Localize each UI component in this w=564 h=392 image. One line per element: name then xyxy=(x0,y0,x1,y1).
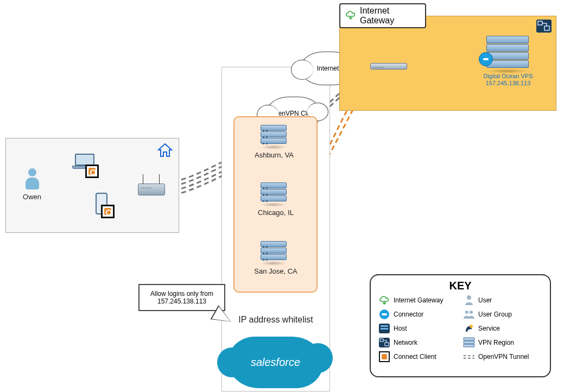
internet-gateway-icon xyxy=(345,10,357,22)
ip-whitelist-label: IP address whitelist xyxy=(238,315,314,325)
whitelist-callout-text: Allow logins only from 157.245.138.113 xyxy=(142,290,222,305)
vpn-region-icon xyxy=(463,337,475,349)
vpn-region-server-chicago xyxy=(261,182,287,207)
legend-title: KEY xyxy=(378,280,542,292)
owen-label: Owen xyxy=(21,193,43,201)
key-internet-gateway: Internet Gateway xyxy=(378,294,458,306)
vps-server-icon xyxy=(486,36,529,73)
network-icon-small xyxy=(378,337,390,349)
vps-name: Digital Ocean VPS xyxy=(483,73,533,79)
svg-rect-8 xyxy=(464,338,474,340)
user-icon-small xyxy=(463,294,475,306)
key-openvpn-tunnel: OpenVPN Tunnel xyxy=(463,351,542,363)
svg-rect-9 xyxy=(464,341,474,344)
svg-point-5 xyxy=(470,325,473,328)
vpn-region-server-sanjose xyxy=(261,241,287,265)
whitelist-callout: Allow logins only from 157.245.138.113 xyxy=(138,284,225,311)
svg-point-3 xyxy=(465,311,468,314)
svg-rect-0 xyxy=(538,21,542,25)
tunnel-icon xyxy=(463,351,475,363)
connector-icon xyxy=(479,52,493,66)
svg-rect-10 xyxy=(464,344,474,347)
connect-client-badge-phone xyxy=(101,205,115,218)
svg-rect-7 xyxy=(385,343,389,346)
key-user-group: User Group xyxy=(463,308,542,320)
host-icon xyxy=(378,323,390,334)
digital-ocean-box: Digital Ocean VPS 157.245.138.113 xyxy=(339,16,556,111)
key-network: Network xyxy=(378,337,458,349)
region-label-2: Chicago, IL xyxy=(246,208,306,217)
key-connect-client: Connect Client xyxy=(378,351,458,363)
connector-icon-small xyxy=(378,308,390,320)
connect-client-icon xyxy=(378,351,390,363)
do-switch-icon xyxy=(370,63,407,69)
key-user: User xyxy=(463,294,542,306)
vps-ip: 157.245.138.113 xyxy=(486,80,531,86)
internet-cloud-label: Internet xyxy=(317,65,339,72)
internet-gateway-label: Internet Gateway xyxy=(360,6,425,26)
key-host: Host xyxy=(378,323,458,334)
connect-client-badge-laptop xyxy=(85,165,99,178)
home-icon xyxy=(157,143,173,160)
svg-rect-6 xyxy=(380,339,383,342)
internet-gateway-box: Internet Gateway xyxy=(339,3,426,28)
key-vpn-region: VPN Region xyxy=(463,337,542,349)
service-icon xyxy=(463,323,475,334)
owen-home-box: Owen xyxy=(5,138,179,233)
salesforce-label: salesforce xyxy=(251,356,300,369)
region-label-3: San Jose, CA xyxy=(243,267,308,275)
key-service: Service xyxy=(463,323,542,334)
svg-point-4 xyxy=(470,311,473,314)
cloud-arrow-icon xyxy=(378,294,390,306)
region-label-1: Ashburn, VA xyxy=(244,151,304,159)
key-connector: Connector xyxy=(378,308,458,320)
svg-rect-1 xyxy=(544,26,549,30)
svg-point-2 xyxy=(467,295,471,300)
salesforce-cloud: salesforce xyxy=(228,337,323,388)
user-group-icon xyxy=(463,308,475,320)
user-icon xyxy=(26,168,39,189)
router-icon xyxy=(138,184,165,195)
network-icon xyxy=(536,20,552,33)
vpn-region-server-ashburn xyxy=(261,125,287,149)
legend-box: KEY Internet Gateway User Connector User… xyxy=(370,274,551,377)
